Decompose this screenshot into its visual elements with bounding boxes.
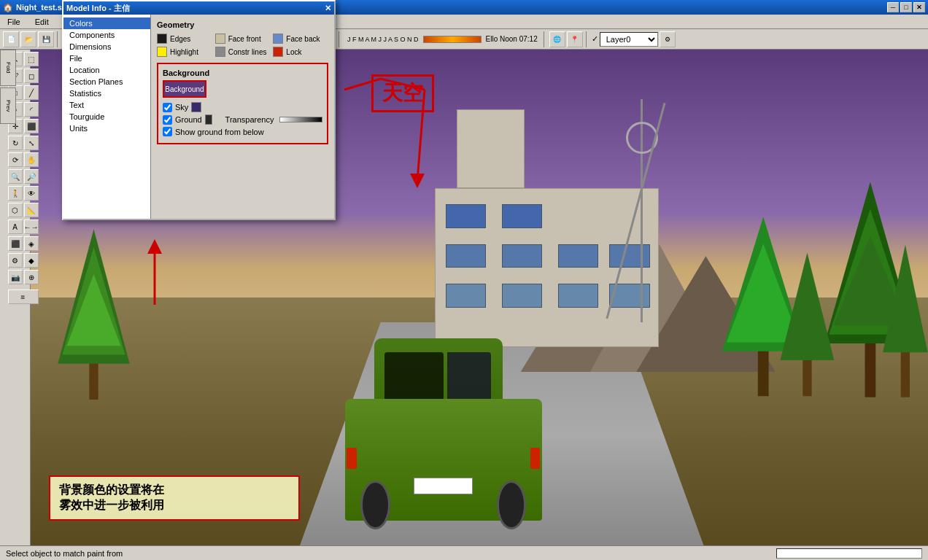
layer-dropdown[interactable]: Layer0 xyxy=(600,32,658,47)
extra-btn[interactable]: ⊕ xyxy=(24,270,39,284)
ground-label: Ground xyxy=(175,115,202,124)
sidebar-item-statistics[interactable]: Statistics xyxy=(63,88,150,99)
xray-btn[interactable]: 📐 xyxy=(24,203,39,217)
menu-file[interactable]: File xyxy=(3,16,25,28)
maximize-btn[interactable]: □ xyxy=(900,2,912,12)
background-color-button[interactable]: Background xyxy=(163,80,206,98)
face-back-label: Face back xyxy=(286,35,320,43)
ground-checkbox[interactable] xyxy=(163,115,172,125)
tb-new[interactable]: 📄 xyxy=(3,31,19,47)
dim-btn[interactable]: ←→ xyxy=(24,219,39,234)
camera-btn[interactable]: 📷 xyxy=(8,270,23,284)
bottom-annotation-text: 背景颜色的设置将在雾效中进一步被利用 xyxy=(59,483,164,511)
left-toolbar: Fold Prev ↖ ⬚ 🖌 ◻ □ ╱ ○ ◜ ✛ ⬛ ↻ ⤡ ⟳ ✋ xyxy=(0,50,31,545)
face-front-swatch[interactable] xyxy=(215,34,225,44)
solid-btn[interactable]: ◆ xyxy=(24,253,39,268)
component-tool-btn[interactable]: ⬚ xyxy=(24,52,39,66)
color-edges: Edges xyxy=(157,34,212,44)
lock-swatch[interactable] xyxy=(273,47,283,57)
tb-layer-opts[interactable]: ⚙ xyxy=(660,31,676,47)
page-tab-folder1[interactable]: Fold xyxy=(0,50,16,86)
face-front-label: Face front xyxy=(228,35,261,43)
color-lock: Lock xyxy=(273,47,328,57)
geometry-section-title: Geometry xyxy=(157,20,328,29)
edges-swatch[interactable] xyxy=(157,34,167,44)
rotate-tool-btn[interactable]: ↻ xyxy=(8,136,23,150)
ground-color-swatch[interactable] xyxy=(205,114,213,125)
tb-sep7 xyxy=(544,31,546,47)
sidebar-item-text[interactable]: Text xyxy=(63,99,150,111)
svg-rect-7 xyxy=(865,335,876,397)
look-btn[interactable]: 👁 xyxy=(24,186,39,201)
menu-edit[interactable]: Edit xyxy=(31,16,53,28)
minimize-btn[interactable]: ─ xyxy=(887,2,899,12)
color-constr-lines: Constr lines xyxy=(215,47,271,57)
sidebar-item-units[interactable]: Units xyxy=(63,122,150,134)
push-tool-btn[interactable]: ⬛ xyxy=(24,119,39,133)
bottom-annotation: 背景颜色的设置将在雾效中进一步被利用 xyxy=(49,475,300,521)
tb-geo2[interactable]: 📍 xyxy=(567,31,583,47)
sun-slider[interactable] xyxy=(423,36,482,43)
sidebar-item-file[interactable]: File xyxy=(63,52,150,64)
time-display: Ello Noon 07:12 xyxy=(483,35,541,43)
pan-tool-btn[interactable]: ✋ xyxy=(24,152,39,167)
transparency-slider[interactable] xyxy=(279,117,322,122)
tool-row-12: ⬛ ◈ xyxy=(8,236,39,252)
zoom-extents-btn[interactable]: 🔎 xyxy=(24,169,39,184)
3d-text-btn[interactable]: A xyxy=(8,219,23,234)
sky-annotation-label: 天空 xyxy=(371,74,434,112)
line-tool-btn[interactable]: ╱ xyxy=(24,85,39,100)
sidebar-item-components[interactable]: Components xyxy=(63,29,150,41)
color-face-back: Face back xyxy=(273,34,328,44)
constr-lines-swatch[interactable] xyxy=(215,47,225,57)
component-instance-btn[interactable]: ⬛ xyxy=(8,236,23,251)
sidebar-item-dimensions[interactable]: Dimensions xyxy=(63,41,150,52)
show-ground-label: Show ground from below xyxy=(175,128,264,136)
dynamic-btn[interactable]: ⚙ xyxy=(8,253,23,268)
model-info-body: Colors Components Dimensions File Locati… xyxy=(63,15,334,219)
erase-tool-btn[interactable]: ◻ xyxy=(24,69,39,83)
edges-label: Edges xyxy=(170,35,190,43)
sky-color-swatch[interactable] xyxy=(191,102,201,112)
arc-tool-btn[interactable]: ◜ xyxy=(24,102,39,117)
color-highlight: Highlight xyxy=(157,47,212,57)
match-photo-btn[interactable]: ≡ xyxy=(8,289,39,304)
walk-tool-btn[interactable]: 🚶 xyxy=(8,186,23,201)
model-info-close-btn[interactable]: ✕ xyxy=(325,4,331,13)
sidebar-item-tourguide[interactable]: Tourguide xyxy=(63,111,150,122)
sidebar-item-colors[interactable]: Colors xyxy=(63,18,150,29)
model-info-sidebar: Colors Components Dimensions File Locati… xyxy=(63,15,151,219)
highlight-label: Highlight xyxy=(170,48,198,56)
color-face-front: Face front xyxy=(215,34,271,44)
layer-check: ✓ xyxy=(592,34,598,44)
sandbox-btn[interactable]: ◈ xyxy=(24,236,39,251)
tool-row-10: ⬡ 📐 xyxy=(8,202,39,218)
face-back-swatch[interactable] xyxy=(273,34,283,44)
single-btn-row: ≡ xyxy=(8,289,39,305)
sky-annotation-text: 天空 xyxy=(382,82,423,104)
show-ground-checkbox[interactable] xyxy=(163,127,172,136)
sidebar-item-location[interactable]: Location xyxy=(63,64,150,76)
highlight-swatch[interactable] xyxy=(157,47,167,57)
tb-sep8 xyxy=(586,31,589,47)
tb-open[interactable]: 📂 xyxy=(20,31,36,47)
tool-row-11: A ←→ xyxy=(8,219,39,235)
tb-geo1[interactable]: 🌐 xyxy=(549,31,565,47)
sidebar-item-section-planes[interactable]: Section Planes xyxy=(63,76,150,88)
sky-checkbox[interactable] xyxy=(163,103,172,112)
close-btn[interactable]: ✕ xyxy=(913,2,925,12)
sun-timeline: J F M A M J J A S O N D xyxy=(344,36,422,43)
tool-row-7: ⟳ ✋ xyxy=(8,152,39,168)
page-tab-folder2[interactable]: Prev xyxy=(0,88,16,124)
background-section: Background Background Sky Ground xyxy=(157,63,328,144)
car-license-plate xyxy=(414,478,473,495)
zoom-tool-btn[interactable]: 🔍 xyxy=(8,169,23,184)
tb-sep6 xyxy=(339,31,341,47)
tb-save[interactable]: 💾 xyxy=(38,31,54,47)
tb-sep1 xyxy=(57,31,60,47)
section-btn[interactable]: ⬡ xyxy=(8,203,23,217)
window-controls: ─ □ ✕ xyxy=(887,2,925,12)
orbit-tool-btn[interactable]: ⟳ xyxy=(8,152,23,167)
scale-tool-btn[interactable]: ⤡ xyxy=(24,136,39,150)
scene-trees-mid-right xyxy=(704,149,839,446)
